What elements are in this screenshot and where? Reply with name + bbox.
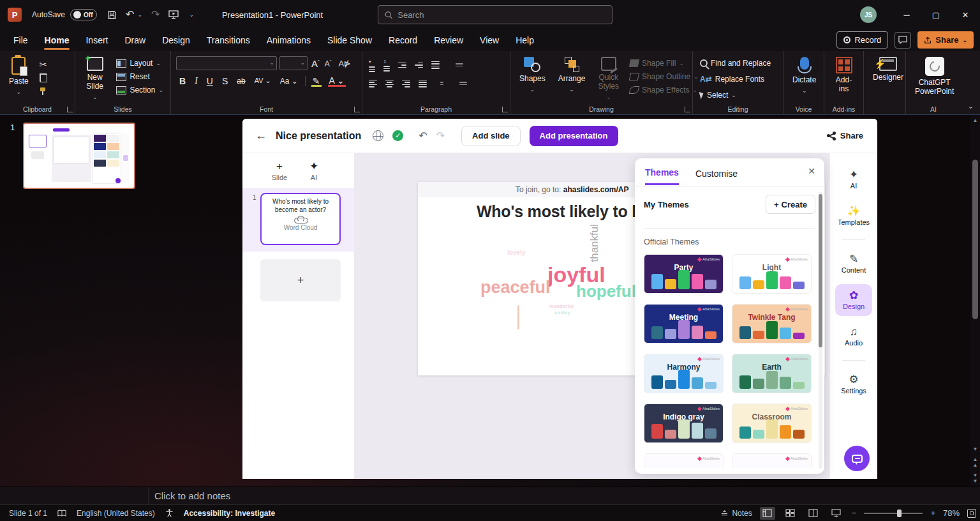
slideshow-view-button[interactable] [829,507,844,520]
theme-card-partial[interactable]: AhaSlides [644,453,724,467]
tab-animations[interactable]: Animations [258,32,319,49]
save-icon[interactable] [107,10,117,20]
line-spacing-icon[interactable] [430,60,441,70]
presentation-title[interactable]: Nice presentation [276,130,361,142]
create-theme-button[interactable]: + Create [766,195,815,214]
theme-card-party[interactable]: AhaSlidesParty [644,254,724,294]
start-slideshow-icon[interactable] [168,10,179,19]
sidebar-item-content[interactable]: ✎Content [835,248,872,280]
zoom-level[interactable]: 78% [943,508,960,518]
zoom-in-button[interactable]: + [930,508,935,518]
reset-button[interactable]: Reset [114,71,165,82]
fit-slide-to-window-button[interactable] [967,509,976,518]
tab-record[interactable]: Record [380,32,426,49]
find-replace-button[interactable]: Find and Replace [698,57,773,69]
layout-button[interactable]: Layout⌄ [114,57,165,69]
strikethrough-button[interactable]: ab [234,76,248,86]
format-painter-icon[interactable] [38,86,49,97]
highlight-color-button[interactable]: ✎ [309,75,323,87]
theme-card-earth[interactable]: AhaSlidesEarth [732,354,812,393]
add-slide-button[interactable]: Add slide [461,126,521,146]
collapse-ribbon-icon[interactable]: ⌄ [968,102,974,110]
text-shadow-button[interactable]: S [219,75,231,87]
undo-chevron-icon[interactable]: ⌄ [137,11,142,18]
scroll-up-icon[interactable]: ▲ [973,115,978,126]
ai-tool[interactable]: ✦ AI [300,161,328,181]
language-indicator[interactable]: English (United States) [77,509,155,518]
arrange-button[interactable]: Arrange⌄ [554,55,590,103]
undo-icon[interactable]: ↶ [126,10,134,20]
paste-button[interactable]: Paste⌄ [5,55,33,103]
theme-card-meeting[interactable]: AhaSlidesMeeting [644,304,724,344]
addins-button[interactable]: Add-ins [829,55,858,103]
accessibility-status[interactable]: Accessibility: Investigate [184,509,275,518]
tab-insert[interactable]: Insert [77,32,116,49]
theme-card-partial[interactable]: AhaSlides [732,453,812,467]
designer-button[interactable]: Designer [869,55,907,103]
numbering-icon[interactable] [382,57,391,73]
sidebar-item-templates[interactable]: ✨Templates [835,200,872,232]
bold-button[interactable]: B [176,75,189,87]
tab-transitions[interactable]: Transitions [198,32,258,49]
addin-share-button[interactable]: Share [827,131,863,140]
select-button[interactable]: Select⌄ [698,89,773,101]
globe-icon[interactable] [373,130,383,141]
theme-card-classroom[interactable]: AhaSlidesClassroom [732,404,812,443]
sidebar-item-settings[interactable]: ⚙Settings [835,368,872,400]
shapes-button[interactable]: Shapes⌄ [516,55,549,103]
justify-icon[interactable] [417,79,428,89]
slide-list-item-selected[interactable]: 1 Who's most likely to become an actor? … [242,188,354,252]
new-slide-button[interactable]: New Slide⌄ [80,55,109,103]
zoom-slider-thumb[interactable] [897,510,902,517]
theme-card-light[interactable]: AhaSlidesLight [732,254,812,294]
replace-fonts-button[interactable]: A⇄Replace Fonts [698,73,773,85]
bullets-icon[interactable] [368,57,376,73]
user-avatar[interactable]: JS [860,6,877,23]
notes-toggle[interactable]: Notes [720,509,752,518]
tab-customise[interactable]: Customise [695,169,738,185]
decrease-font-button[interactable]: Aˇ [323,59,333,68]
cut-icon[interactable]: ✂ [38,59,49,70]
add-slide-tool[interactable]: + Slide [265,161,293,181]
normal-view-button[interactable] [760,507,775,520]
italic-button[interactable]: I [191,75,201,87]
clipboard-dialog-launcher[interactable] [67,107,73,112]
decrease-indent-icon[interactable] [397,61,408,70]
themes-scrollbar[interactable] [819,192,822,469]
zoom-out-button[interactable]: − [852,508,857,518]
tab-themes[interactable]: Themes [645,167,679,185]
tab-file[interactable]: File [5,32,36,49]
tab-help[interactable]: Help [507,32,542,49]
minimize-button[interactable]: ─ [892,0,921,29]
slide-card[interactable]: Who's most likely to become an actor? Wo… [260,193,341,245]
chat-support-button[interactable] [844,446,870,471]
back-arrow-icon[interactable]: ← [255,129,267,142]
text-direction-icon[interactable] [454,62,464,68]
tab-draw[interactable]: Draw [116,32,154,49]
add-slide-placeholder[interactable]: + [260,259,341,301]
add-presentation-button[interactable]: Add presentation [530,126,618,146]
chatgpt-powerpoint-button[interactable]: ChatGPT PowerPoint [911,55,958,103]
clear-formatting-button[interactable]: A⋫ [335,58,354,69]
search-box[interactable] [378,5,612,24]
slide-thumbnail[interactable] [23,123,135,189]
close-button[interactable]: ✕ [951,0,980,29]
slide-sorter-view-button[interactable] [783,507,798,520]
tab-design[interactable]: Design [154,32,198,49]
next-slide-icon[interactable]: ▼▼ [973,472,978,484]
autosave-toggle[interactable]: Off [70,9,97,20]
tab-home[interactable]: Home [36,32,78,49]
align-left-icon[interactable] [368,79,378,89]
tab-slide-show[interactable]: Slide Show [319,32,380,49]
main-vertical-scrollbar[interactable]: ▲ ▼ ▲▲ ▼▼ [970,115,980,487]
scroll-down-icon[interactable]: ▼ [973,446,978,452]
sidebar-item-ai[interactable]: ✦AI [835,163,872,195]
font-size-combo[interactable]: ⌄ [279,56,308,70]
underline-button[interactable]: U [204,75,216,87]
align-right-icon[interactable] [401,79,412,89]
share-button[interactable]: Share ⌄ [917,31,974,49]
increase-font-button[interactable]: Aˆ [310,58,321,69]
convert-smartart-icon[interactable] [458,80,468,86]
drawing-dialog-launcher[interactable] [685,107,690,112]
copy-icon[interactable] [38,72,49,84]
